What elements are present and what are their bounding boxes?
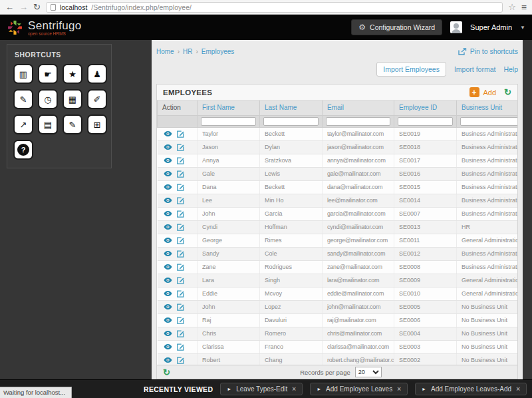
view-icon[interactable] xyxy=(164,157,172,164)
column-header-email[interactable]: Email xyxy=(323,100,394,115)
back-icon[interactable]: ← xyxy=(5,3,14,11)
bookmark-star-icon[interactable]: ☆ xyxy=(508,2,516,12)
table-row: GeorgeRimesgeorge@mailinator.comSE0011Ge… xyxy=(158,234,518,247)
edit-icon[interactable] xyxy=(177,224,184,231)
edit-icon[interactable] xyxy=(177,197,184,204)
help-icon[interactable]: ? xyxy=(15,141,32,158)
edit-icon[interactable] xyxy=(177,170,184,178)
edit-icon[interactable] xyxy=(177,250,184,258)
edit-icon[interactable] xyxy=(177,184,184,191)
view-icon[interactable] xyxy=(164,237,172,244)
hierarchy-icon[interactable]: ♟ xyxy=(88,65,106,83)
add-label[interactable]: Add xyxy=(483,89,497,97)
view-icon[interactable] xyxy=(164,330,172,337)
edit-icon[interactable] xyxy=(177,343,184,351)
edit-icon[interactable] xyxy=(177,290,184,298)
forward-icon[interactable]: → xyxy=(19,3,28,11)
configuration-wizard-label: Configuration Wizard xyxy=(370,23,435,31)
cell-email: robert.chang@mailinator.com xyxy=(323,353,394,365)
cell-first-name: Cyndi xyxy=(198,220,260,234)
user-name[interactable]: Super Admin xyxy=(470,23,512,31)
recently-viewed-tab[interactable]: ►Add Employee Leaves-Add× xyxy=(415,383,527,395)
close-icon[interactable]: × xyxy=(516,385,520,393)
import-format-link[interactable]: Import format xyxy=(454,65,495,73)
footer-refresh-icon[interactable]: ↻ xyxy=(163,367,170,377)
cell-last-name: Hoffman xyxy=(260,220,323,234)
filter-input-business-unit[interactable] xyxy=(460,117,517,126)
document-edit-icon[interactable]: ✐ xyxy=(88,91,106,108)
records-per-page-select[interactable]: 20 xyxy=(355,367,382,377)
url-bar[interactable]: localhost/Sentrifugo/index.php/employee/ xyxy=(46,2,503,13)
edit-icon[interactable] xyxy=(177,237,184,244)
view-icon[interactable] xyxy=(164,357,172,363)
view-icon[interactable] xyxy=(164,144,172,150)
all-modules-icon[interactable]: ⊞ xyxy=(88,116,106,133)
breadcrumb-item-hr[interactable]: HR xyxy=(183,48,192,55)
table-row: RobertChangrobert.chang@mailinator.comSE… xyxy=(158,353,518,365)
filter-input-email[interactable] xyxy=(326,117,390,126)
employee-roles-icon[interactable]: ★ xyxy=(64,65,81,83)
cell-email: cyndi@mailinator.com xyxy=(323,220,394,234)
breadcrumb-item-employees[interactable]: Employees xyxy=(201,48,234,55)
edit-icon[interactable] xyxy=(177,130,184,138)
column-header-last-name[interactable]: Last Name xyxy=(260,100,323,115)
sentrifugo-logo[interactable]: Sentrifugo open source HRMS xyxy=(7,19,82,36)
view-icon[interactable] xyxy=(164,184,172,190)
refresh-icon[interactable]: ↻ xyxy=(33,3,41,11)
edit-icon[interactable] xyxy=(177,144,184,151)
pending-requests-icon[interactable]: ◷ xyxy=(39,91,57,108)
assign-employees-icon[interactable]: ☛ xyxy=(39,65,57,83)
cell-last-name: Mcvoy xyxy=(260,287,323,300)
filter-input-employee-id[interactable] xyxy=(398,117,453,126)
view-icon[interactable] xyxy=(164,210,172,217)
recently-viewed-tab[interactable]: ►Leave Types-Edit× xyxy=(220,383,303,395)
view-icon[interactable] xyxy=(164,277,172,284)
close-icon[interactable]: × xyxy=(292,385,296,393)
appraisal-icon[interactable]: ✎ xyxy=(64,116,81,133)
pin-to-shortcuts-link[interactable]: Pin to shortcuts xyxy=(458,47,518,55)
cell-employee-id: SE0005 xyxy=(394,300,457,313)
column-header-first-name[interactable]: First Name xyxy=(198,100,260,115)
view-icon[interactable] xyxy=(164,264,172,270)
help-link[interactable]: Help xyxy=(503,65,518,73)
chevron-down-icon[interactable]: ▼ xyxy=(520,25,525,31)
edit-icon[interactable] xyxy=(177,210,184,218)
filter-input-last-name[interactable] xyxy=(263,117,319,126)
filter-input-first-name[interactable] xyxy=(201,117,256,126)
edit-icon[interactable] xyxy=(177,357,184,364)
configuration-wizard-button[interactable]: ⚙ Configuration Wizard xyxy=(351,19,442,35)
edit-icon[interactable] xyxy=(177,277,184,284)
table-refresh-icon[interactable]: ↻ xyxy=(504,87,511,97)
view-icon[interactable] xyxy=(164,197,172,204)
view-icon[interactable] xyxy=(164,250,172,257)
org-structure-icon[interactable]: ▥ xyxy=(15,65,32,83)
breadcrumb-item-home[interactable]: Home xyxy=(156,48,174,55)
import-employees-button[interactable]: Import Employees xyxy=(376,62,446,77)
promotions-icon[interactable]: ↗ xyxy=(15,116,32,133)
view-icon[interactable] xyxy=(164,130,172,137)
exit-process-icon[interactable]: ✎ xyxy=(15,91,32,108)
add-button[interactable]: + xyxy=(469,87,479,97)
employees-panel: EMPLOYEES + Add ↻ ActionFirst NameLast N… xyxy=(156,84,518,379)
edit-icon[interactable] xyxy=(177,330,184,337)
view-icon[interactable] xyxy=(164,290,172,297)
id-card-icon[interactable]: ▤ xyxy=(39,116,57,133)
edit-icon[interactable] xyxy=(177,157,184,164)
view-icon[interactable] xyxy=(164,343,172,350)
cell-first-name: Taylor xyxy=(198,127,260,140)
view-icon[interactable] xyxy=(164,170,172,177)
column-header-business-unit[interactable]: Business Unit xyxy=(457,100,518,115)
edit-icon[interactable] xyxy=(177,303,184,311)
leave-calendar-icon[interactable]: ▦ xyxy=(64,91,81,108)
edit-icon[interactable] xyxy=(177,264,184,271)
avatar[interactable] xyxy=(450,21,462,33)
view-icon[interactable] xyxy=(164,317,172,323)
edit-icon[interactable] xyxy=(177,317,184,324)
close-icon[interactable]: × xyxy=(397,385,401,393)
view-icon[interactable] xyxy=(164,303,172,310)
column-header-employee-id[interactable]: Employee ID xyxy=(394,100,457,115)
table-row: JohnGarciagarcia@mailinator.comSE0007Bus… xyxy=(158,207,518,220)
recently-viewed-tab[interactable]: ►Add Employee Leaves× xyxy=(310,383,408,395)
browser-menu-icon[interactable]: ≡ xyxy=(521,2,527,13)
view-icon[interactable] xyxy=(164,224,172,230)
